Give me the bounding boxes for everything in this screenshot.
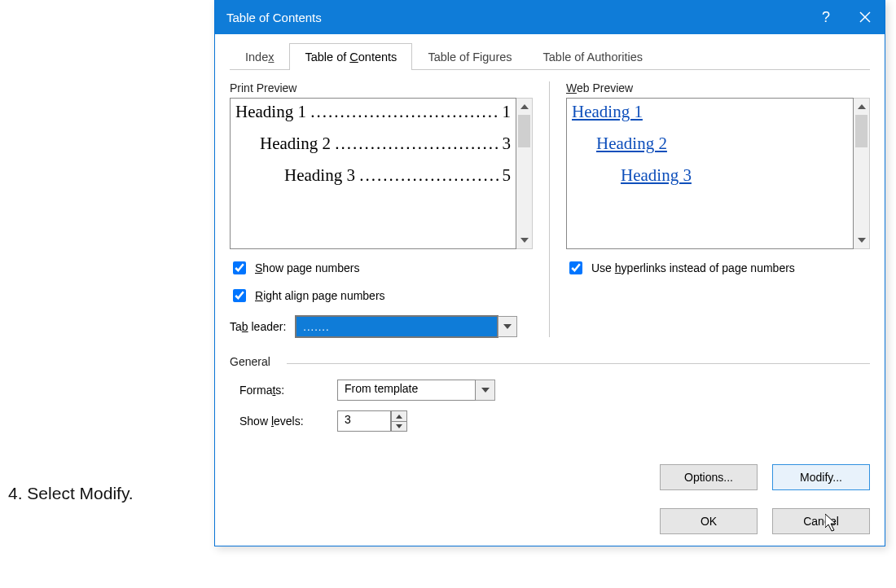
- scroll-down-button[interactable]: [854, 232, 869, 248]
- use-hyperlinks-label: Use hyperlinks instead of page numbers: [591, 261, 795, 274]
- dialog-title: Table of Contents: [226, 11, 806, 24]
- chevron-down-icon: [520, 238, 529, 243]
- svg-marker-8: [396, 415, 402, 419]
- options-button[interactable]: Options...: [660, 464, 758, 490]
- general-legend: General: [230, 355, 279, 368]
- tab-label: Table of Figures: [428, 50, 512, 64]
- tab-tof[interactable]: Table of Figures: [412, 43, 527, 70]
- action-row: Options... Modify...: [230, 464, 870, 490]
- scroll-track[interactable]: [516, 115, 532, 232]
- preview-link[interactable]: Heading 1: [572, 102, 848, 122]
- chevron-down-icon: [396, 424, 402, 428]
- show-page-numbers-label: Show page numbers: [255, 261, 359, 274]
- show-levels-spinner[interactable]: 3: [337, 410, 407, 432]
- toc-dialog: Table of Contents ? Index Table of Conte…: [214, 0, 885, 546]
- general-section: General Formats: From template Show leve…: [230, 355, 870, 432]
- tab-toc[interactable]: Table of Contents: [289, 43, 412, 70]
- help-button[interactable]: ?: [806, 0, 845, 34]
- tab-leader-select[interactable]: .......: [296, 316, 517, 337]
- print-preview-box: Heading 1 ..............................…: [230, 98, 516, 249]
- formats-select[interactable]: From template: [337, 380, 495, 401]
- tabstrip: Index Table of Contents Table of Figures…: [230, 42, 870, 70]
- right-align-checkbox[interactable]: [233, 289, 246, 302]
- divider: [287, 363, 870, 364]
- use-hyperlinks-checkbox[interactable]: [569, 261, 582, 274]
- preview-link[interactable]: Heading 2: [572, 134, 848, 154]
- preview-entry: Heading 2 ..............................…: [235, 134, 511, 154]
- chevron-up-icon: [858, 104, 866, 109]
- scrollbar[interactable]: [516, 98, 533, 249]
- print-preview-column: Print Preview Heading 1 ................…: [230, 81, 550, 337]
- chevron-up-icon: [520, 104, 529, 109]
- close-icon: [859, 11, 871, 23]
- spinner-down-button[interactable]: [391, 421, 407, 432]
- svg-marker-9: [396, 424, 402, 428]
- chevron-down-icon: [481, 388, 490, 393]
- formats-value[interactable]: From template: [337, 380, 476, 401]
- tab-index[interactable]: Index: [230, 43, 289, 70]
- tab-leader-row: Tab leader: .......: [230, 316, 533, 337]
- preview-entry: Heading 3 ..............................…: [235, 165, 511, 186]
- scroll-thumb[interactable]: [855, 115, 867, 147]
- show-page-numbers-row: Show page numbers: [230, 259, 533, 277]
- cancel-button[interactable]: Cancel: [772, 508, 870, 534]
- svg-marker-2: [520, 104, 529, 109]
- scroll-thumb[interactable]: [518, 115, 530, 147]
- scroll-up-button[interactable]: [516, 99, 532, 115]
- preview-link[interactable]: Heading 3: [572, 165, 848, 186]
- svg-marker-5: [858, 104, 866, 109]
- tab-leader-value[interactable]: .......: [296, 316, 498, 337]
- tab-label: Table of Authorities: [543, 50, 643, 64]
- right-align-label: Right align page numbers: [255, 289, 385, 302]
- scroll-up-button[interactable]: [854, 99, 869, 115]
- tab-leader-label: Tab leader:: [230, 320, 286, 333]
- ok-button[interactable]: OK: [660, 508, 758, 534]
- svg-marker-3: [520, 238, 529, 243]
- svg-marker-7: [481, 388, 490, 393]
- footer-row: OK Cancel: [230, 508, 870, 534]
- show-levels-row: Show levels: 3: [239, 410, 870, 432]
- show-page-numbers-checkbox[interactable]: [233, 261, 246, 274]
- chevron-down-icon: [858, 238, 866, 243]
- tab-leader-dropdown-button[interactable]: [498, 316, 517, 337]
- titlebar: Table of Contents ?: [215, 0, 885, 34]
- formats-dropdown-button[interactable]: [476, 380, 495, 401]
- chevron-down-icon: [503, 324, 512, 329]
- web-preview-label: Web Preview: [566, 81, 870, 94]
- tab-label: Index: [245, 50, 274, 64]
- use-hyperlinks-row: Use hyperlinks instead of page numbers: [566, 259, 870, 277]
- dialog-body: Index Table of Contents Table of Figures…: [215, 34, 885, 546]
- modify-button[interactable]: Modify...: [772, 464, 870, 490]
- scroll-down-button[interactable]: [516, 232, 532, 248]
- svg-marker-4: [503, 324, 512, 329]
- preview-entry: Heading 1 ..............................…: [235, 102, 511, 122]
- web-preview-box: Heading 1Heading 2Heading 3: [566, 98, 854, 249]
- scroll-track[interactable]: [854, 115, 869, 232]
- show-levels-value[interactable]: 3: [337, 410, 391, 432]
- right-align-row: Right align page numbers: [230, 287, 533, 305]
- instruction-text: 4. Select Modify.: [8, 484, 134, 503]
- tab-label: Table of Contents: [305, 50, 397, 64]
- web-preview-column: Web Preview Heading 1Heading 2Heading 3 …: [550, 81, 870, 337]
- close-button[interactable]: [845, 0, 885, 34]
- svg-marker-6: [858, 238, 866, 243]
- print-preview-label: Print Preview: [230, 81, 533, 94]
- formats-label: Formats:: [239, 384, 337, 397]
- show-levels-label: Show levels:: [239, 415, 337, 428]
- chevron-up-icon: [396, 415, 402, 419]
- scrollbar[interactable]: [854, 98, 870, 249]
- formats-row: Formats: From template: [239, 380, 870, 401]
- spinner-up-button[interactable]: [391, 410, 407, 421]
- tab-toa[interactable]: Table of Authorities: [528, 43, 659, 70]
